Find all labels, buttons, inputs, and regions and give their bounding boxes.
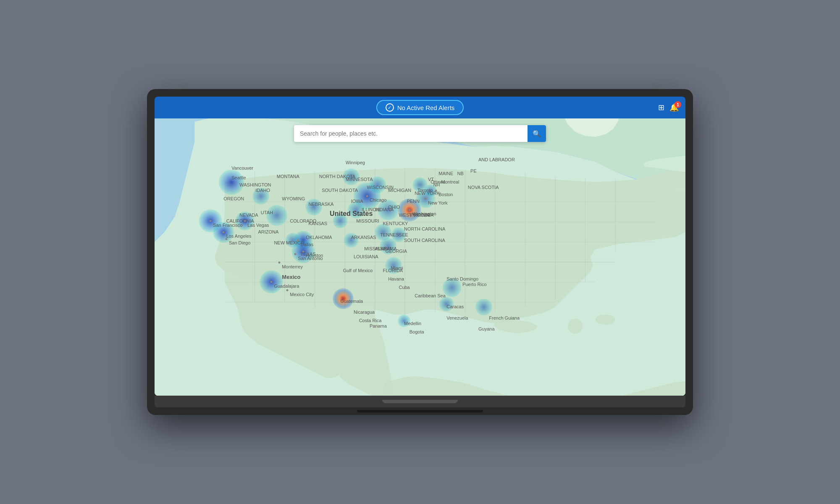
alert-status-text: No Active Red Alerts bbox=[397, 104, 455, 111]
search-input[interactable] bbox=[294, 126, 528, 141]
top-right-controls: ⊞ 🔔 1 bbox=[658, 103, 679, 112]
city-dot bbox=[286, 289, 289, 291]
alert-status-badge[interactable]: ✓ No Active Red Alerts bbox=[376, 100, 464, 115]
city-dot bbox=[366, 195, 368, 197]
city-dot bbox=[225, 238, 227, 240]
city-dot bbox=[278, 262, 281, 264]
map-container[interactable]: VancouverSeattleWASHINGTONOREGONIDAHOMON… bbox=[155, 118, 685, 396]
notification-count-badge: 1 bbox=[675, 101, 681, 108]
city-dot bbox=[223, 231, 225, 233]
search-bar[interactable]: 🔍 bbox=[294, 125, 546, 142]
grid-icon[interactable]: ⊞ bbox=[658, 103, 664, 112]
city-dot bbox=[435, 189, 437, 192]
laptop-foot bbox=[357, 410, 483, 412]
city-dot bbox=[209, 220, 211, 222]
search-icon: 🔍 bbox=[533, 130, 541, 138]
laptop-bottom bbox=[155, 407, 685, 415]
search-button[interactable]: 🔍 bbox=[528, 125, 546, 142]
city-dot bbox=[244, 220, 246, 222]
laptop-hinge bbox=[382, 400, 458, 403]
laptop-screen: ✓ No Active Red Alerts ⊞ 🔔 1 bbox=[155, 97, 685, 396]
city-dot bbox=[270, 281, 273, 283]
check-icon: ✓ bbox=[386, 103, 394, 112]
laptop-frame: ✓ No Active Red Alerts ⊞ 🔔 1 bbox=[147, 89, 693, 415]
laptop-base bbox=[155, 396, 685, 407]
city-dot bbox=[424, 198, 426, 200]
city-dot bbox=[294, 253, 296, 255]
map-background bbox=[155, 118, 685, 396]
notification-bell-wrapper[interactable]: 🔔 1 bbox=[669, 103, 679, 112]
top-bar: ✓ No Active Red Alerts ⊞ 🔔 1 bbox=[155, 97, 685, 118]
city-dot bbox=[408, 209, 410, 211]
svg-point-1 bbox=[568, 319, 583, 334]
svg-point-2 bbox=[595, 315, 615, 325]
city-dot bbox=[297, 239, 299, 242]
city-dot bbox=[302, 250, 304, 252]
